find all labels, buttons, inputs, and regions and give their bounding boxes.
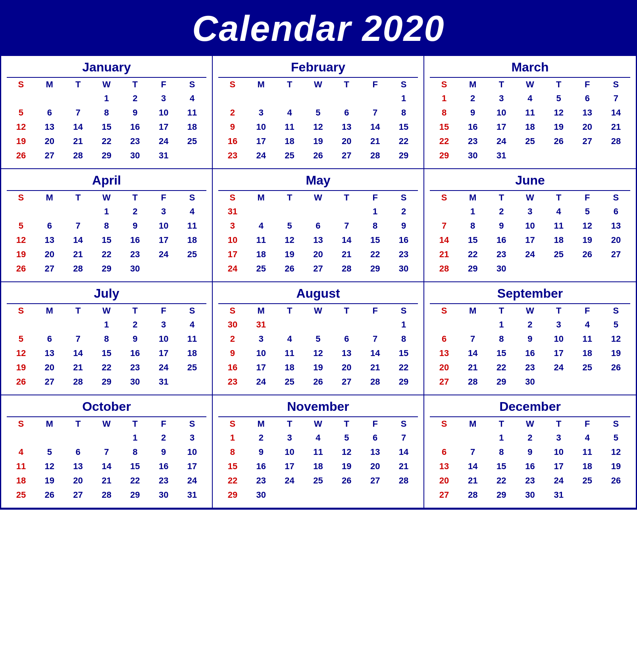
day-cell: 11 [178,106,206,120]
day-cell: 15 [92,120,121,134]
day-cell: 5 [332,431,361,445]
day-cell: 10 [516,219,544,233]
day-cell: 18 [275,360,304,375]
month-name-september: September [430,286,630,303]
day-cell: 6 [602,204,630,219]
day-cell: 27 [35,375,64,389]
day-cell: 5 [573,204,602,219]
day-cell: 16 [389,233,418,247]
day-cell: 29 [361,262,389,276]
day-cell: 5 [602,318,630,332]
day-cell: 31 [178,488,206,502]
day-cell [149,262,178,276]
day-cell: 13 [64,459,92,474]
day-header-w-3: W [92,191,121,204]
day-cell: 19 [573,233,602,247]
day-cell: 20 [361,459,389,474]
day-cell: 28 [389,474,418,488]
day-cell: 6 [430,445,458,459]
month-block-february: FebruarySMTWTFS1234567891011121314151617… [213,56,424,169]
day-cell: 25 [573,360,602,375]
day-header-s-6: S [602,417,630,431]
day-cell: 17 [149,120,178,134]
day-cell: 8 [487,445,516,459]
month-block-june: JuneSMTWTFS12345678910111213141516171819… [424,169,636,282]
day-cell: 26 [35,488,64,502]
day-cell: 26 [7,262,35,276]
day-cell: 18 [178,346,206,360]
day-cell [573,148,602,163]
month-block-january: JanuarySMTWTFS12345678910111213141516171… [1,56,213,169]
day-header-w-3: W [304,77,333,91]
day-cell: 17 [545,459,573,474]
day-cell: 22 [389,134,418,148]
day-cell: 2 [516,318,544,332]
day-cell: 9 [121,106,149,120]
day-cell: 24 [275,474,304,488]
day-cell: 6 [332,106,361,120]
day-cell: 13 [304,233,333,247]
day-cell: 20 [332,134,361,148]
day-cell: 3 [149,318,178,332]
day-header-m-1: M [35,304,64,318]
day-cell: 29 [487,488,516,502]
day-header-s-0: S [7,77,35,91]
day-cell: 21 [92,474,121,488]
day-cell: 7 [361,106,389,120]
day-cell: 3 [178,431,206,445]
day-header-t-4: T [545,77,573,91]
day-header-w-3: W [516,77,544,91]
day-header-f-5: F [361,304,389,318]
day-cell: 29 [487,375,516,389]
day-cell: 31 [218,204,247,219]
day-cell: 1 [361,204,389,219]
day-cell: 23 [458,134,487,148]
day-cell: 26 [573,247,602,262]
day-cell: 13 [430,346,458,360]
day-cell: 5 [304,332,333,346]
day-cell: 21 [361,134,389,148]
month-table-june: SMTWTFS123456789101112131415161718192021… [430,190,630,276]
day-cell: 26 [275,262,304,276]
day-cell: 20 [332,360,361,375]
day-header-f-5: F [361,417,389,431]
day-cell: 10 [275,445,304,459]
day-cell: 13 [361,445,389,459]
day-cell: 11 [178,219,206,233]
day-cell: 7 [64,332,92,346]
day-cell: 28 [361,375,389,389]
day-cell: 2 [121,91,149,106]
day-header-m-1: M [247,191,275,204]
day-cell: 28 [361,148,389,163]
day-cell: 13 [602,219,630,233]
month-block-october: OctoberSMTWTFS12345678910111213141516171… [1,395,213,508]
day-cell: 10 [149,106,178,120]
day-cell: 11 [516,106,544,120]
day-cell: 19 [7,360,35,375]
day-cell [458,431,487,445]
day-cell: 19 [332,459,361,474]
day-cell: 12 [7,120,35,134]
day-cell: 23 [516,360,544,375]
day-cell: 10 [487,106,516,120]
day-cell: 27 [332,148,361,163]
day-cell: 8 [430,106,458,120]
day-cell: 13 [332,346,361,360]
day-header-t-4: T [332,191,361,204]
month-table-april: SMTWTFS123456789101112131415161718192021… [7,190,206,276]
day-cell: 14 [389,445,418,459]
day-cell: 8 [389,332,418,346]
day-cell: 21 [389,459,418,474]
day-cell: 19 [602,459,630,474]
day-header-s-6: S [178,77,206,91]
day-cell: 19 [602,346,630,360]
day-cell: 20 [35,134,64,148]
day-header-t-4: T [121,304,149,318]
day-header-f-5: F [149,417,178,431]
day-cell: 4 [275,332,304,346]
day-cell: 25 [275,375,304,389]
day-cell: 2 [516,431,544,445]
day-header-t-4: T [545,304,573,318]
day-cell: 4 [573,318,602,332]
day-header-s-0: S [430,77,458,91]
